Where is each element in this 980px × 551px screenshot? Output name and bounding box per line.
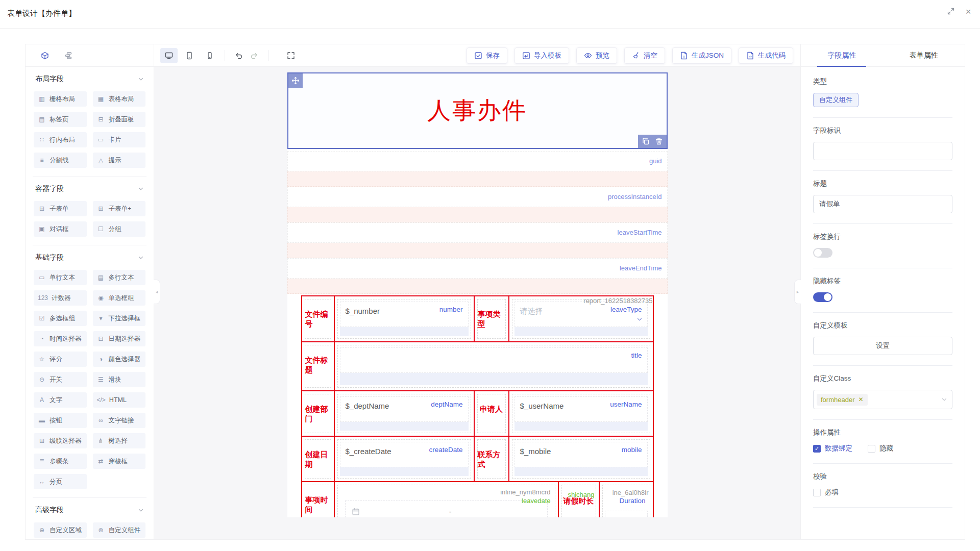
title-input[interactable] <box>813 195 952 213</box>
drop-zone[interactable] <box>287 279 668 294</box>
field-label-cell[interactable]: shichang请假时长 <box>561 485 596 517</box>
palette-item[interactable]: ⇄ 穿梭框 <box>93 454 146 469</box>
form-table-cell[interactable]: ine_6ai0h8lrDuration <box>600 482 654 517</box>
text-input[interactable]: $_createDatecreateDate <box>340 442 469 467</box>
hidden-field-component[interactable]: leaveEndTime <box>287 258 668 279</box>
phone-icon[interactable] <box>201 48 218 63</box>
field-id-input[interactable] <box>813 142 952 160</box>
hidden-field-row[interactable]: processInstanceId <box>287 187 668 222</box>
hidden-field-row[interactable]: leaveStartTime <box>287 222 668 258</box>
palette-item[interactable]: ▭ 单行文本 <box>34 270 87 285</box>
type-tag[interactable]: 自定义组件 <box>813 93 859 107</box>
palette-item[interactable]: ◉ 单选框组 <box>93 290 146 306</box>
palette-item[interactable]: ⋔ 树选择 <box>93 433 146 448</box>
form-table-cell[interactable]: 创建日期 <box>302 437 335 481</box>
form-table-cell[interactable]: $_userNameuserName <box>509 391 654 436</box>
palette-item[interactable]: ⊕ 自定义区域 <box>34 522 87 538</box>
settings-button[interactable]: 设置 <box>813 337 952 355</box>
form-table-cell[interactable]: 创建部门 <box>302 391 335 436</box>
hidden-field-component[interactable]: guid <box>287 151 668 171</box>
palette-item[interactable]: ∞ 文字链接 <box>93 413 146 428</box>
palette-item[interactable]: ⊞ 子表单+ <box>93 201 146 216</box>
field-label-cell[interactable]: 文件编号 <box>305 299 331 339</box>
field-label-cell[interactable]: 文件标题 <box>305 345 331 388</box>
hidden-field-row[interactable]: guid <box>287 151 668 187</box>
palette-item[interactable]: ☑ 多选框组 <box>34 311 87 326</box>
close-icon[interactable]: × <box>964 7 973 16</box>
checkbox-data-binding[interactable]: 数据绑定 <box>813 444 852 453</box>
form-table-cell[interactable]: 申请人 <box>475 391 509 436</box>
expand-arrows-icon[interactable] <box>287 52 295 60</box>
input-field-component[interactable]: title <box>337 345 650 388</box>
hide-label-toggle[interactable] <box>813 292 832 302</box>
palette-item[interactable]: A 文字 <box>34 392 87 408</box>
field-label-cell[interactable]: 申请人 <box>477 394 506 433</box>
label-wrap-toggle[interactable] <box>813 248 832 258</box>
form-table-cell[interactable]: title <box>335 342 654 390</box>
palette-item[interactable]: ⊞ 子表单 <box>34 201 87 216</box>
palette-section-header[interactable]: 容器字段 <box>33 177 146 198</box>
undo-icon[interactable] <box>231 52 247 60</box>
components-cube-icon[interactable] <box>41 52 49 60</box>
drop-zone[interactable] <box>287 207 668 222</box>
form-table-cell[interactable]: shichang请假时长 <box>559 482 600 517</box>
palette-item[interactable]: ▤ 多行文本 <box>93 270 146 285</box>
input-field-component[interactable]: $_deptNamedeptName <box>337 394 471 433</box>
palette-item[interactable]: ☐ 分组 <box>93 221 146 237</box>
form-header-component-selected[interactable]: 人事办件 <box>287 72 668 149</box>
form-table-cell[interactable]: 联系方式 <box>475 437 509 481</box>
palette-item[interactable]: ≡ 分割线 <box>34 153 87 168</box>
palette-item[interactable]: ☆ 评分 <box>34 352 87 367</box>
toolbar-action-button[interactable]: 清空 <box>624 47 665 64</box>
select-field-component[interactable]: 请选择leaveType <box>512 299 650 339</box>
form-table-cell[interactable]: 事项时间 <box>302 482 335 517</box>
outline-tree-icon[interactable] <box>64 52 72 60</box>
redo-icon[interactable] <box>247 52 262 60</box>
field-label-cell[interactable]: 联系方式 <box>477 439 506 479</box>
palette-item[interactable]: ▥ 栅格布局 <box>34 91 87 107</box>
form-canvas[interactable]: 人事办件 guid processInstanceId leaveStartTi… <box>154 67 800 539</box>
hidden-field-row[interactable]: leaveEndTime <box>287 258 668 294</box>
remove-tag-icon[interactable]: ✕ <box>858 396 863 403</box>
palette-item[interactable]: </> HTML <box>93 392 146 408</box>
field-label-cell[interactable]: 事项时间 <box>305 485 331 517</box>
palette-item[interactable]: 123 计数器 <box>34 290 87 306</box>
palette-item[interactable]: ◔ 时间选择器 <box>34 331 87 346</box>
tab-field-properties[interactable]: 字段属性 <box>801 44 883 66</box>
toolbar-action-button[interactable]: </> 生成代码 <box>739 47 793 64</box>
drop-zone[interactable] <box>287 171 668 187</box>
form-table-cell[interactable]: 文件标题 <box>302 342 335 390</box>
trash-icon[interactable] <box>655 137 663 145</box>
palette-item[interactable]: ◑ 颜色选择器 <box>93 352 146 367</box>
palette-section-header[interactable]: 高级字段 <box>33 498 146 519</box>
inline-container-component[interactable]: inline_nym8mcrdleavedate- <box>337 485 555 517</box>
palette-item[interactable]: ▦ 表格布局 <box>93 91 146 107</box>
palette-item[interactable]: ↔ 分页 <box>34 474 87 489</box>
form-table-cell[interactable]: $_numbernumber <box>335 296 475 341</box>
toolbar-action-button[interactable]: {} 生成JSON <box>672 47 731 64</box>
form-table-cell[interactable]: 文件编号 <box>302 296 335 341</box>
palette-item[interactable]: ≣ 步骤条 <box>34 454 87 469</box>
palette-item[interactable]: ⊟ 折叠面板 <box>93 112 146 127</box>
toolbar-action-button[interactable]: 保存 <box>467 47 507 64</box>
collapse-right-panel-handle[interactable] <box>794 280 801 304</box>
form-table-cell[interactable]: inline_nym8mcrdleavedate- <box>335 482 559 517</box>
desktop-icon[interactable] <box>160 48 178 63</box>
palette-item[interactable]: ▭ 卡片 <box>93 132 146 147</box>
input-field-component[interactable]: $_createDatecreateDate <box>337 439 471 479</box>
palette-item[interactable]: ▬ 按钮 <box>34 413 87 428</box>
palette-item[interactable]: ▣ 对话框 <box>34 221 87 237</box>
copy-icon[interactable] <box>642 137 650 145</box>
checkbox-required[interactable]: 必填 <box>813 488 839 497</box>
palette-item[interactable]: ▤ 标签页 <box>34 112 87 127</box>
palette-item[interactable]: ∷ 行内布局 <box>34 132 87 147</box>
date-range-picker[interactable]: - <box>345 500 548 517</box>
text-input[interactable]: $_mobilemobile <box>514 442 648 467</box>
select-input[interactable]: 请选择leaveType <box>514 302 648 327</box>
text-input[interactable]: $_userNameuserName <box>514 396 648 422</box>
hidden-field-component[interactable]: processInstanceId <box>287 187 668 207</box>
text-input[interactable]: title <box>340 347 648 373</box>
duration-field-component[interactable]: ine_6ai0h8lrDuration <box>602 485 650 517</box>
form-table-cell[interactable]: $_deptNamedeptName <box>335 391 475 436</box>
fullscreen-icon[interactable] <box>946 7 955 16</box>
